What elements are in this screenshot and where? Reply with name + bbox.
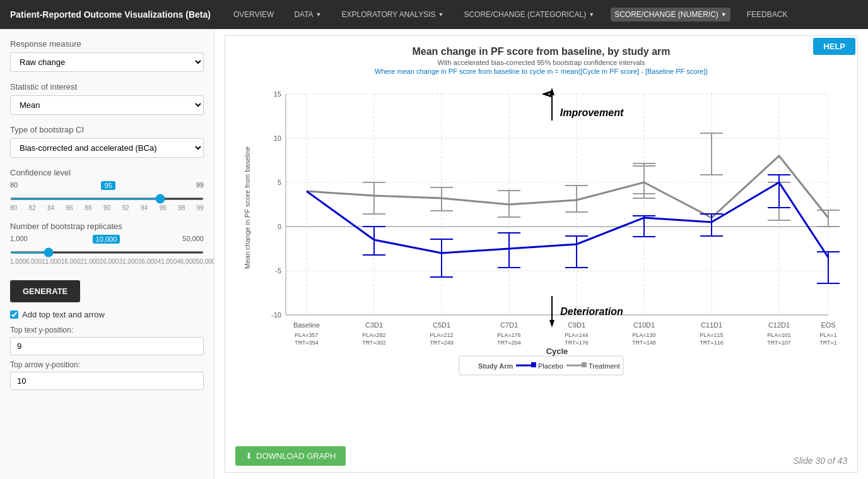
svg-rect-114 — [582, 362, 587, 367]
svg-rect-111 — [531, 362, 536, 367]
svg-text:Deterioration: Deterioration — [560, 306, 623, 317]
svg-text:PLA=115: PLA=115 — [700, 332, 723, 338]
help-button[interactable]: HELP — [813, 38, 855, 55]
bootstrap-reps-section: Number of bootstrap replicates 1,000 10,… — [10, 222, 204, 265]
svg-text:PLA=144: PLA=144 — [565, 332, 588, 338]
content-area: Mean change in PF score from baseline, b… — [214, 29, 868, 479]
svg-text:TRT=116: TRT=116 — [700, 340, 724, 346]
data-caret: ▼ — [316, 11, 322, 18]
svg-text:0: 0 — [278, 223, 281, 230]
svg-text:-5: -5 — [275, 267, 281, 275]
generate-button[interactable]: GENERATE — [10, 280, 80, 302]
svg-text:PLA=212: PLA=212 — [430, 332, 453, 338]
svg-text:C11D1: C11D1 — [701, 321, 722, 329]
svg-text:TRT=176: TRT=176 — [565, 340, 589, 346]
y-axis-label: Mean change in PF score from baseline — [243, 146, 251, 269]
svg-text:EOS: EOS — [821, 321, 835, 329]
svg-text:C3D1: C3D1 — [365, 321, 383, 329]
add-text-arrow-label: Add top text and arrow — [22, 310, 105, 319]
bootstrap-reps-slider-wrapper — [10, 246, 204, 256]
exploratory-caret: ▼ — [438, 11, 444, 18]
nav-score-numeric[interactable]: SCORE/CHANGE (NUMERIC) ▼ — [611, 8, 730, 21]
bootstrap-ci-section: Type of bootstrap CI Bias-corrected and … — [10, 125, 204, 158]
add-text-arrow-checkbox[interactable] — [10, 310, 18, 319]
top-arrow-y-label: Top arrow y-position: — [10, 360, 204, 369]
top-arrow-y-input[interactable] — [10, 372, 204, 390]
svg-text:C9D1: C9D1 — [568, 321, 585, 329]
bootstrap-reps-max: 50,000 — [182, 235, 204, 244]
chart-subtitle2: Where mean change in PF score from basel… — [235, 68, 847, 75]
svg-text:PLA=1: PLA=1 — [819, 332, 836, 338]
svg-text:TRT=249: TRT=249 — [430, 340, 454, 346]
svg-text:PLA=357: PLA=357 — [295, 332, 318, 338]
bootstrap-reps-current: 10,000 — [93, 235, 120, 244]
svg-text:TRT=107: TRT=107 — [767, 340, 791, 346]
bootstrap-ci-select[interactable]: Bias-corrected and accelerated (BCa) Per… — [10, 138, 204, 158]
svg-text:Placebo: Placebo — [538, 362, 563, 370]
nav-exploratory[interactable]: EXPLORATORY ANALYSIS ▼ — [338, 8, 448, 21]
response-measure-select[interactable]: Raw change Percent change — [10, 52, 204, 72]
confidence-current: 95 — [101, 181, 115, 190]
chart-title: Mean change in PF score from baseline, b… — [235, 46, 847, 57]
confidence-level-label: Confidence level — [10, 168, 204, 177]
bootstrap-reps-ticks: 1,000 6,000 11,000 16,000 21,000 26,000 … — [10, 258, 204, 265]
chart-svg-area: .grid-line { stroke: #ddd; stroke-width:… — [235, 81, 847, 437]
top-text-y-field: Top text y-position: — [10, 326, 204, 355]
confidence-slider-wrapper — [10, 192, 204, 202]
confidence-slider[interactable] — [10, 198, 204, 200]
confidence-min: 80 — [10, 181, 18, 190]
help-area: HELP — [813, 38, 855, 55]
bootstrap-reps-slider[interactable] — [10, 251, 204, 254]
download-icon: ⬇ — [245, 451, 252, 461]
app-title: Patient-Reported Outcome Visualizations … — [10, 9, 211, 20]
nav-data[interactable]: DATA ▼ — [290, 8, 325, 21]
svg-text:10: 10 — [274, 134, 281, 142]
confidence-minmax: 80 95 99 — [10, 181, 204, 190]
statistic-label: Statistic of interest — [10, 82, 204, 92]
nav-feedback[interactable]: FEEDBACK — [743, 8, 792, 21]
svg-text:Baseline: Baseline — [293, 321, 320, 329]
bootstrap-reps-min: 1,000 — [10, 235, 28, 244]
svg-text:Cycle: Cycle — [546, 346, 568, 356]
statistic-select[interactable]: Mean Median — [10, 95, 204, 115]
top-text-y-input[interactable] — [10, 337, 204, 355]
response-measure-label: Response measure — [10, 39, 204, 49]
download-graph-button[interactable]: ⬇ DOWNLOAD GRAPH — [235, 446, 346, 466]
chart-container: Mean change in PF score from baseline, b… — [225, 35, 858, 473]
nav-overview[interactable]: OVERVIEW — [230, 8, 278, 21]
svg-marker-104 — [549, 88, 554, 95]
svg-text:TRT=302: TRT=302 — [362, 340, 386, 346]
svg-text:TRT=354: TRT=354 — [295, 340, 319, 346]
svg-text:Treatment: Treatment — [589, 362, 620, 370]
svg-text:TRT=148: TRT=148 — [632, 340, 656, 346]
svg-text:PLA=176: PLA=176 — [497, 332, 520, 338]
svg-text:C12D1: C12D1 — [768, 321, 790, 329]
svg-text:PLA=282: PLA=282 — [362, 332, 385, 338]
confidence-max: 99 — [196, 181, 204, 190]
sidebar: Response measure Raw change Percent chan… — [0, 29, 214, 479]
categorical-caret: ▼ — [589, 11, 594, 18]
svg-text:5: 5 — [278, 179, 281, 186]
download-label: DOWNLOAD GRAPH — [256, 451, 336, 461]
slide-info: Slide 30 of 43 — [793, 456, 847, 466]
svg-text:-10: -10 — [271, 311, 281, 319]
svg-text:Study Arm: Study Arm — [478, 362, 513, 370]
chart-svg: .grid-line { stroke: #ddd; stroke-width:… — [235, 81, 847, 384]
navbar: Patient-Reported Outcome Visualizations … — [0, 0, 868, 29]
svg-text:C5D1: C5D1 — [433, 321, 450, 329]
svg-text:C10D1: C10D1 — [633, 321, 655, 329]
main-layout: Response measure Raw change Percent chan… — [0, 29, 868, 479]
chart-subtitle1: With accelerated bias-corrected 95% boot… — [235, 59, 847, 66]
confidence-level-section: Confidence level 80 95 99 80 82 84 86 88… — [10, 168, 204, 211]
svg-marker-106 — [549, 320, 554, 328]
svg-text:PLA=130: PLA=130 — [632, 332, 655, 338]
bootstrap-ci-label: Type of bootstrap CI — [10, 125, 204, 134]
svg-text:TRT=204: TRT=204 — [497, 340, 521, 346]
svg-text:PLA=101: PLA=101 — [767, 332, 790, 338]
svg-text:Improvement: Improvement — [560, 107, 624, 118]
numeric-caret: ▼ — [721, 11, 727, 18]
add-text-arrow-row: Add top text and arrow — [10, 310, 204, 319]
top-text-y-label: Top text y-position: — [10, 326, 204, 334]
bootstrap-reps-label: Number of bootstrap replicates — [10, 222, 204, 231]
nav-score-categorical[interactable]: SCORE/CHANGE (CATEGORICAL) ▼ — [460, 8, 598, 21]
